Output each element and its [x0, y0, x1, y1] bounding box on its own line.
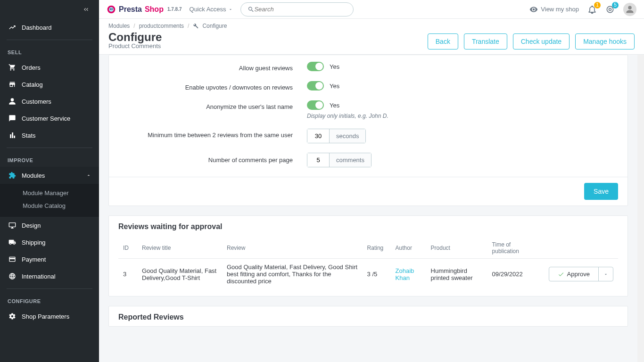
credit-card-icon — [8, 255, 17, 263]
settings-panel: Allow guest reviews Yes Enable upvotes /… — [108, 55, 628, 206]
sidebar-item-label: Dashboard — [22, 24, 52, 31]
toggle-allow-guest[interactable] — [307, 62, 324, 71]
sidebar-item-label: Design — [22, 222, 41, 229]
sidebar-item-customers[interactable]: Customers — [0, 93, 99, 110]
reported-panel: Reported Reviews — [108, 306, 628, 327]
cell-review: Good Quality Material, Fast Delivery, Go… — [222, 259, 363, 290]
sidebar-item-shipping[interactable]: Shipping — [0, 234, 99, 251]
page-title: Configure — [108, 31, 162, 43]
col-author: Author — [391, 238, 426, 259]
svg-point-1 — [109, 7, 114, 12]
breadcrumb-productcomments[interactable]: productcomments — [139, 23, 184, 29]
input-per-page[interactable] — [307, 153, 330, 167]
reported-heading: Reported Reviews — [109, 306, 627, 326]
label-anonymize: Anonymize the user's last name — [118, 100, 307, 110]
save-button[interactable]: Save — [584, 183, 618, 200]
label-enable-votes: Enable upvotes / downvotes on reviews — [118, 81, 307, 91]
search-input[interactable] — [254, 6, 346, 13]
breadcrumb-modules[interactable]: Modules — [108, 23, 130, 29]
sidebar-subitem-module-manager[interactable]: Module Manager — [23, 187, 99, 199]
col-id: ID — [118, 238, 137, 259]
notif-badge: 1 — [594, 2, 601, 8]
main: PrestaShop 1.7.8.7 Quick Access View my … — [99, 0, 644, 362]
monitor-icon — [8, 222, 17, 229]
toggle-value: Yes — [330, 102, 339, 109]
col-review: Review — [222, 238, 363, 259]
sidebar-subitem-module-catalog[interactable]: Module Catalog — [23, 199, 99, 212]
person-icon — [626, 5, 634, 14]
logo[interactable]: PrestaShop 1.7.8.7 — [107, 5, 182, 14]
sidebar-section-improve: IMPROVE — [0, 152, 99, 167]
col-rating: Rating — [363, 238, 391, 259]
col-time: Time of publication — [487, 238, 544, 259]
col-product: Product — [426, 238, 487, 259]
cell-product: Hummingbird printed sweater — [426, 259, 487, 290]
pending-heading: Reviews waiting for approval — [109, 216, 627, 236]
sidebar-item-label: Payment — [22, 256, 46, 263]
addon-comments: comments — [330, 153, 372, 167]
puzzle-icon — [8, 172, 17, 179]
sidebar-submenu-modules: Module Manager Module Catalog — [0, 184, 99, 217]
chevron-up-icon — [86, 173, 91, 178]
label-allow-guest: Allow guest reviews — [118, 62, 307, 72]
sidebar-collapse[interactable] — [0, 0, 99, 19]
sidebar-item-label: International — [22, 273, 56, 280]
breadcrumb-configure: Configure — [202, 23, 227, 29]
approve-caret[interactable] — [598, 267, 613, 281]
cell-title: Good Quality Material, Fast Delivery,Goo… — [137, 259, 222, 290]
view-shop-link[interactable]: View my shop — [529, 5, 579, 14]
notifications-button[interactable]: 1 — [587, 5, 597, 14]
approve-split-button: Approve — [549, 267, 613, 281]
svg-point-2 — [110, 8, 111, 9]
trending-up-icon — [8, 24, 17, 31]
quick-access-dropdown[interactable]: Quick Access — [190, 6, 233, 13]
globe-icon — [8, 272, 17, 280]
label-min-time: Minimum time between 2 reviews from the … — [118, 129, 307, 139]
sidebar-item-customer-service[interactable]: Customer Service — [0, 110, 99, 127]
sidebar-item-orders[interactable]: Orders — [0, 59, 99, 76]
search-box[interactable] — [240, 2, 354, 16]
content: Allow guest reviews Yes Enable upvotes /… — [99, 55, 637, 362]
translate-button[interactable]: Translate — [464, 33, 507, 49]
sidebar-item-label: Catalog — [22, 81, 43, 88]
breadcrumb: Modules / productcomments / Configure — [108, 23, 635, 31]
cell-rating: 3 /5 — [363, 259, 391, 290]
input-min-time[interactable] — [307, 129, 330, 143]
toggle-value: Yes — [330, 63, 339, 70]
svg-point-5 — [609, 8, 611, 10]
cell-id: 3 — [118, 259, 137, 290]
toggle-enable-votes[interactable] — [307, 81, 324, 90]
sidebar-item-label: Shop Parameters — [22, 313, 69, 320]
pending-table: ID Review title Review Rating Author Pro… — [118, 238, 618, 289]
cell-author-link[interactable]: Zohaib Khan — [396, 267, 414, 281]
sidebar-item-payment[interactable]: Payment — [0, 251, 99, 268]
sidebar-section-sell: SELL — [0, 44, 99, 59]
sidebar-item-label: Shipping — [22, 239, 46, 246]
toggle-anonymize[interactable] — [307, 100, 324, 110]
sidebar-item-modules[interactable]: Modules — [0, 167, 99, 184]
sidebar-item-stats[interactable]: Stats — [0, 127, 99, 144]
truck-icon — [8, 239, 17, 246]
scrollbar[interactable] — [637, 55, 644, 362]
approve-button[interactable]: Approve — [549, 267, 598, 281]
back-button[interactable]: Back — [428, 33, 458, 49]
svg-point-3 — [111, 8, 113, 9]
search-icon — [248, 6, 255, 13]
sidebar-item-label: Stats — [22, 132, 36, 139]
approve-label: Approve — [567, 271, 590, 278]
gear-icon — [8, 313, 17, 320]
sidebar-item-design[interactable]: Design — [0, 217, 99, 234]
sidebar-item-dashboard[interactable]: Dashboard — [0, 19, 99, 36]
manage-hooks-button[interactable]: Manage hooks — [575, 33, 635, 49]
chat-icon — [8, 115, 17, 122]
caret-down-icon — [603, 272, 608, 277]
sidebar-item-shop-parameters[interactable]: Shop Parameters — [0, 308, 99, 325]
view-shop-label: View my shop — [541, 6, 579, 13]
sidebar-item-catalog[interactable]: Catalog — [0, 76, 99, 93]
check-update-button[interactable]: Check update — [513, 33, 570, 49]
page-subtitle: Product Comments — [108, 42, 162, 49]
quick-access-label: Quick Access — [190, 6, 226, 13]
debug-button[interactable]: 5 — [605, 5, 615, 14]
avatar[interactable] — [623, 3, 636, 16]
sidebar-item-international[interactable]: International — [0, 268, 99, 285]
